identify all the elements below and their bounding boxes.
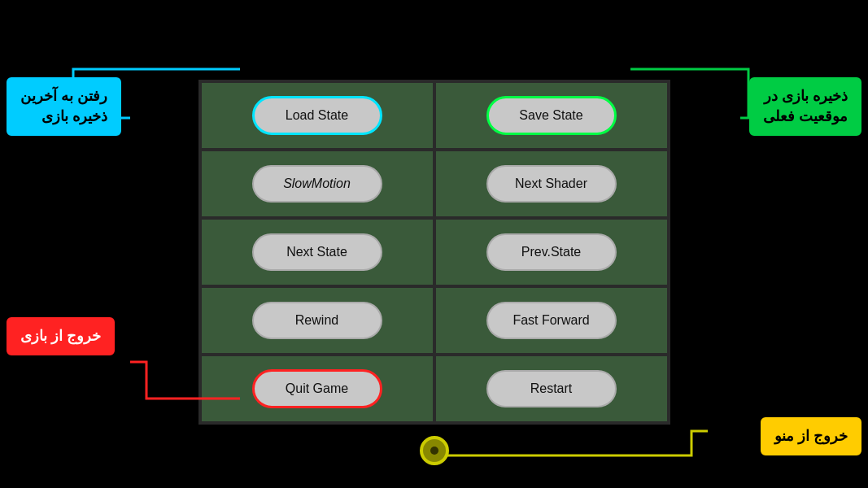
cell-prev-state: Prev.State [436,220,667,285]
prev-state-button[interactable]: Prev.State [486,233,617,271]
cell-next-state: Next State [202,220,433,285]
cell-fast-forward: Fast Forward [436,288,667,353]
cell-quit-game: Quit Game [202,356,433,421]
bottom-circle [420,436,449,465]
cyan-annotation: رفتن به آخرینذخیره بازی [7,77,121,136]
quit-game-button[interactable]: Quit Game [252,369,382,408]
yellow-annotation: خروج از منو [761,417,861,455]
cell-next-shader: Next Shader [436,151,667,216]
save-state-button[interactable]: Save State [486,96,617,135]
button-grid: Load State Save State SlowMotion Next Sh… [198,80,670,425]
next-state-button[interactable]: Next State [252,233,382,271]
next-shader-button[interactable]: Next Shader [486,165,617,203]
main-container: رفتن به آخرینذخیره بازی ذخیره بازی درموق… [0,0,868,488]
red-annotation: خروج از بازی [7,317,115,355]
bottom-circle-inner [430,447,438,455]
slow-motion-button[interactable]: SlowMotion [252,165,382,203]
restart-button[interactable]: Restart [486,370,617,407]
cell-rewind: Rewind [202,288,433,353]
load-state-button[interactable]: Load State [252,96,382,135]
rewind-button[interactable]: Rewind [252,302,382,339]
cell-restart: Restart [436,356,667,421]
cell-slow-motion: SlowMotion [202,151,433,216]
fast-forward-button[interactable]: Fast Forward [486,302,617,339]
green-annotation: ذخیره بازی درموقعیت فعلی [749,77,861,136]
cell-save-state: Save State [436,83,667,148]
cell-load-state: Load State [202,83,433,148]
